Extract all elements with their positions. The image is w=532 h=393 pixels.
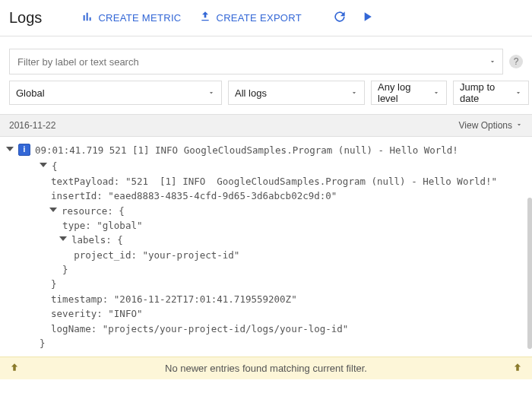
log-summary: 09:01:41.719 521 [1] INFO GoogleCloudSam…	[35, 143, 458, 157]
expand-toggle-icon[interactable]	[40, 163, 47, 167]
json-line: }	[40, 277, 526, 291]
expand-toggle-icon[interactable]	[59, 236, 67, 241]
log-viewer: i 09:01:41.719 521 [1] INFO GoogleCloudS…	[0, 137, 532, 357]
logs-dropdown[interactable]: All logs	[228, 81, 365, 105]
view-options-label: View Options	[459, 120, 512, 131]
jump-value: Jump to date	[460, 81, 508, 104]
json-line: }	[40, 336, 526, 350]
json-line: severity: "INFO"	[40, 306, 526, 321]
refresh-icon	[332, 9, 347, 27]
level-value: Any log level	[378, 81, 426, 104]
scope-value: Global	[16, 87, 45, 99]
log-entry[interactable]: i 09:01:41.719 521 [1] INFO GoogleCloudS…	[6, 141, 526, 159]
notice-text: No newer entries found matching current …	[20, 363, 512, 374]
view-options-button[interactable]: View Options	[459, 120, 523, 131]
create-metric-button[interactable]: CREATE METRIC	[72, 5, 190, 31]
severity-badge: i	[18, 144, 30, 156]
header-toolbar: Logs CREATE METRIC CREATE EXPORT	[0, 0, 532, 36]
help-icon[interactable]: ?	[509, 55, 523, 68]
page-title: Logs	[9, 9, 42, 27]
json-line: }	[40, 262, 526, 277]
upload-icon	[199, 11, 211, 25]
level-dropdown[interactable]: Any log level	[371, 81, 447, 105]
json-line: insertId: "eaed8883-4835-4cfd-9d65-3d6ab…	[40, 189, 526, 203]
filter-row: ?	[0, 36, 532, 81]
json-line: type: "global"	[40, 218, 526, 233]
log-json: { textPayload: "521 [1] INFO GoogleCloud…	[6, 159, 526, 350]
bar-chart-icon	[81, 11, 93, 25]
arrow-up-icon[interactable]	[9, 362, 20, 375]
chevron-down-icon	[515, 120, 523, 131]
create-metric-label: CREATE METRIC	[98, 12, 181, 24]
chevron-down-icon[interactable]	[489, 56, 496, 68]
scope-dropdown[interactable]: Global	[9, 81, 222, 105]
filter-input[interactable]	[16, 55, 489, 68]
filter-input-container[interactable]	[9, 49, 503, 74]
json-line: resource: {	[62, 204, 125, 218]
json-line: logName: "projects/your-project-id/logs/…	[40, 322, 526, 336]
json-line: project_id: "your-project-id"	[40, 248, 526, 262]
jump-to-date-dropdown[interactable]: Jump to date	[453, 81, 529, 105]
create-export-button[interactable]: CREATE EXPORT	[190, 5, 311, 31]
chevron-down-icon	[350, 87, 358, 99]
chevron-down-icon	[432, 87, 440, 99]
chevron-down-icon	[207, 87, 215, 99]
date-bar: 2016-11-22 View Options	[0, 114, 532, 137]
expand-toggle-icon[interactable]	[6, 147, 14, 151]
create-export-label: CREATE EXPORT	[216, 12, 302, 24]
notice-bar: No newer entries found matching current …	[0, 357, 532, 379]
date-label: 2016-11-22	[9, 120, 55, 131]
dropdown-row: Global All logs Any log level Jump to da…	[0, 81, 532, 114]
scrollbar[interactable]	[527, 198, 532, 349]
json-line: textPayload: "521 [1] INFO GoogleCloudSa…	[40, 174, 526, 189]
logs-value: All logs	[235, 87, 267, 99]
arrow-up-icon[interactable]	[512, 362, 523, 375]
refresh-button[interactable]	[326, 5, 353, 32]
play-icon	[359, 9, 375, 27]
chevron-down-icon	[515, 87, 522, 99]
json-line: {	[52, 159, 58, 173]
json-line: timestamp: "2016-11-22T17:01:41.71955920…	[40, 292, 526, 306]
play-button[interactable]	[353, 5, 381, 32]
expand-toggle-icon[interactable]	[49, 208, 57, 212]
json-line: labels: {	[71, 233, 123, 247]
